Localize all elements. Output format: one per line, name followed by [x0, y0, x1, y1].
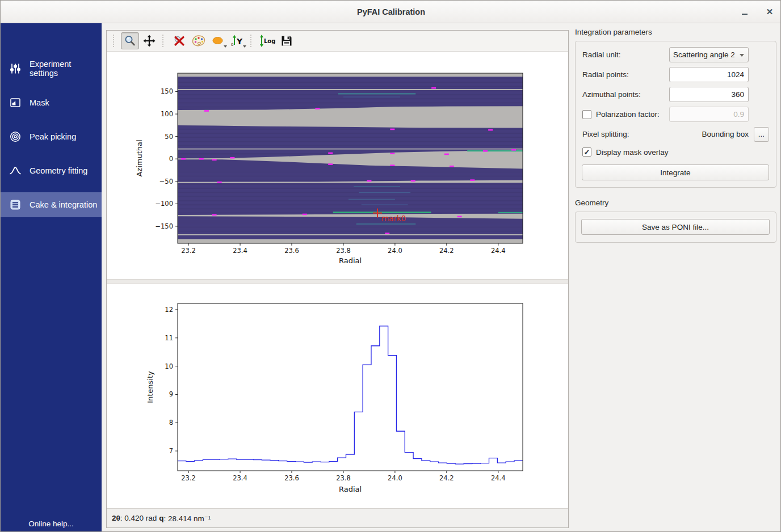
save-button[interactable] — [278, 32, 296, 49]
log-scale-button[interactable]: Log — [258, 32, 276, 49]
svg-text:24.4: 24.4 — [491, 247, 506, 255]
svg-text:7: 7 — [169, 447, 173, 455]
sidebar-item-label: Geometry fitting — [30, 166, 87, 175]
sliders-icon — [9, 62, 22, 75]
svg-text:Radial: Radial — [339, 256, 362, 265]
close-button[interactable]: ✕ — [763, 6, 776, 18]
svg-text:−150: −150 — [155, 222, 173, 230]
integration-plot[interactable]: 23.223.423.623.824.024.224.4789101112Rad… — [107, 284, 568, 508]
svg-text:Intensity: Intensity — [146, 371, 154, 403]
polarization-label-wrap: Polarization factor: — [581, 110, 669, 119]
titlebar: PyFAI Calibration ✕ — [1, 1, 781, 23]
polarization-input[interactable] — [669, 107, 749, 122]
floppy-icon — [280, 34, 293, 48]
pixel-splitting-label: Pixel splitting: — [581, 130, 629, 138]
azimuthal-points-row: Azimuthal points: — [581, 87, 769, 102]
cake-layers-icon — [9, 198, 22, 212]
cake-plot[interactable]: mark023.223.423.623.824.024.224.4−150−10… — [107, 52, 568, 279]
svg-text:24.4: 24.4 — [491, 474, 506, 482]
svg-text:mark0: mark0 — [381, 214, 406, 223]
pyfai-window: { "window": { "title": "PyFAI Calibratio… — [0, 0, 781, 532]
radial-unit-row: Radial unit: Scattering angle 2θ (rad) — [581, 47, 769, 62]
y-axis-orientation-button[interactable]: 0 Y — [228, 32, 246, 49]
geometry-group: Save as PONI file... — [575, 212, 776, 243]
status-2theta-value: : 0.420 rad — [120, 514, 159, 522]
plot-panel: 0 Y Log mark023.223.423.623.8 — [106, 30, 569, 528]
sidebar-items: Experiment settings Mask — [1, 23, 102, 217]
magnifier-icon — [123, 34, 137, 48]
svg-text:12: 12 — [165, 306, 173, 314]
svg-text:0: 0 — [169, 155, 173, 163]
svg-text:23.4: 23.4 — [233, 247, 247, 255]
mask-icon — [9, 96, 22, 109]
peak-curve-icon — [9, 164, 22, 178]
mask-display-button[interactable] — [209, 32, 227, 49]
plot-splitter[interactable] — [107, 279, 568, 284]
zoom-button[interactable] — [121, 32, 139, 49]
pan-arrows-icon — [142, 34, 156, 48]
online-help-link[interactable]: Online help... — [1, 520, 102, 528]
svg-text:23.2: 23.2 — [181, 474, 196, 482]
svg-text:9: 9 — [169, 390, 173, 398]
geometry-title: Geometry — [575, 199, 778, 207]
radial-points-row: Radial points: — [581, 67, 769, 82]
svg-text:23.8: 23.8 — [336, 247, 351, 255]
polarization-label: Polarization factor: — [596, 110, 660, 119]
palette-icon — [191, 34, 206, 48]
mask-overlay-label-wrap: ✓ Display mask overlay — [581, 147, 769, 157]
sidebar-item-label: Mask — [30, 98, 49, 107]
polarization-row: Polarization factor: — [581, 107, 769, 122]
sidebar-item-peak-picking[interactable]: Peak picking — [1, 124, 102, 149]
sidebar: Experiment settings Mask — [1, 23, 102, 532]
svg-text:23.2: 23.2 — [181, 247, 196, 255]
zoom-reset-button[interactable] — [170, 32, 188, 49]
statusbar: 2θ : 0.420 rad q : 28.414 nm⁻¹ — [107, 508, 568, 527]
y-axis-zero-glyph: 0 — [231, 43, 233, 47]
peak-rings-icon — [9, 130, 22, 143]
window-title: PyFAI Calibration — [1, 1, 781, 23]
y-axis-letter-glyph: Y — [236, 37, 243, 46]
minimize-icon — [742, 14, 748, 15]
pixel-splitting-more-button[interactable]: ... — [754, 127, 769, 142]
sidebar-item-experiment-settings[interactable]: Experiment settings — [1, 56, 102, 81]
sidebar-item-geometry-fitting[interactable]: Geometry fitting — [1, 158, 102, 183]
svg-text:10: 10 — [165, 362, 173, 370]
sidebar-item-mask[interactable]: Mask — [1, 90, 102, 115]
svg-text:Azimuthal: Azimuthal — [135, 140, 144, 176]
svg-text:150: 150 — [161, 87, 173, 95]
svg-text:50: 50 — [165, 133, 173, 141]
pixel-splitting-value: Bounding box — [629, 130, 749, 138]
save-poni-button[interactable]: Save as PONI file... — [581, 219, 770, 235]
minimize-button[interactable] — [738, 6, 751, 18]
integrate-button[interactable]: Integrate — [582, 164, 769, 180]
radial-unit-value: Scattering angle 2θ (rad) — [673, 50, 734, 59]
toolbar-grip — [113, 35, 117, 47]
integration-parameters-group: Radial unit: Scattering angle 2θ (rad) R… — [575, 41, 776, 188]
azimuthal-points-input[interactable] — [669, 87, 749, 102]
polarization-checkbox[interactable] — [582, 110, 591, 119]
log-text-glyph: Log — [264, 38, 275, 44]
sidebar-item-label: Peak picking — [30, 132, 76, 141]
radial-unit-select[interactable]: Scattering angle 2θ (rad) — [669, 47, 749, 62]
radial-points-input[interactable] — [669, 67, 749, 82]
svg-text:8: 8 — [169, 419, 173, 427]
log-icon: Log — [259, 34, 276, 48]
svg-text:−50: −50 — [159, 178, 173, 185]
sidebar-item-cake-integration[interactable]: Cake & integration — [1, 192, 102, 217]
status-2theta-label: 2θ — [112, 514, 120, 522]
mask-overlay-checkbox[interactable]: ✓ — [582, 147, 591, 157]
pan-button[interactable] — [140, 32, 158, 49]
pixel-splitting-row: Pixel splitting: Bounding box ... — [581, 126, 769, 142]
svg-text:100: 100 — [161, 110, 173, 118]
zoom-reset-icon — [173, 34, 186, 48]
radial-points-label: Radial points: — [581, 70, 669, 79]
svg-text:24.0: 24.0 — [388, 474, 402, 482]
status-q-value: : 28.414 nm⁻¹ — [163, 514, 211, 523]
sidebar-item-label: Cake & integration — [30, 200, 97, 209]
colormap-button[interactable] — [190, 32, 208, 49]
svg-text:23.4: 23.4 — [233, 474, 247, 482]
svg-text:23.6: 23.6 — [284, 474, 299, 482]
mask-overlay-row: ✓ Display mask overlay — [581, 146, 769, 158]
y-axis-icon: 0 Y — [230, 34, 245, 48]
svg-text:24.0: 24.0 — [388, 247, 402, 255]
